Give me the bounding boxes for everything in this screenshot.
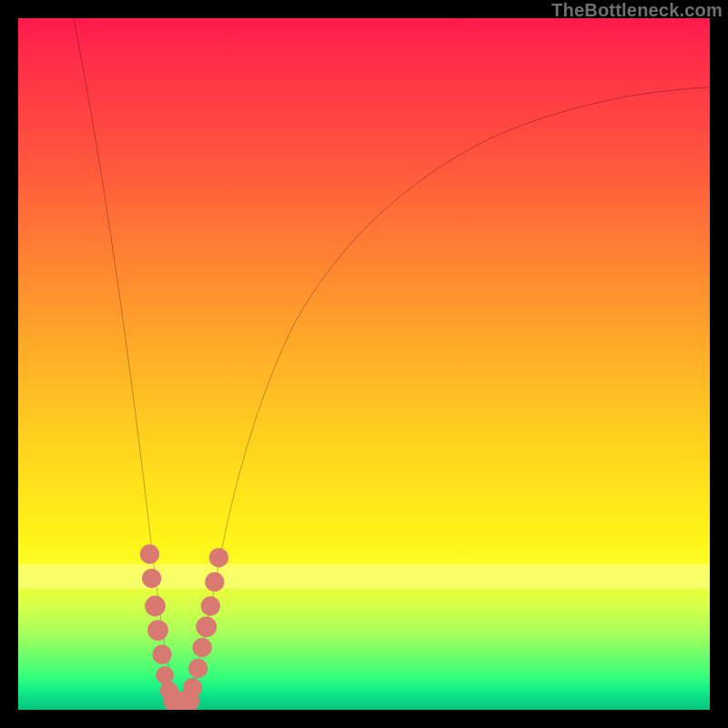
dot <box>205 572 224 592</box>
dot <box>201 596 220 615</box>
dot <box>209 548 228 567</box>
dot <box>188 659 207 678</box>
dot <box>196 616 217 637</box>
dot <box>183 678 202 697</box>
marker-dots <box>140 544 228 710</box>
curve-layer <box>18 18 710 710</box>
dot <box>145 596 166 617</box>
dot <box>152 645 171 664</box>
curve-right-branch <box>184 87 710 704</box>
dot <box>156 666 174 684</box>
dot <box>140 544 159 563</box>
dot <box>147 620 168 641</box>
plot-area <box>18 18 710 710</box>
dot <box>193 638 212 657</box>
watermark-text: TheBottleneck.com <box>551 0 723 21</box>
chart-frame: TheBottleneck.com <box>0 0 728 728</box>
dot <box>142 569 161 588</box>
bottleneck-curves <box>74 18 710 704</box>
